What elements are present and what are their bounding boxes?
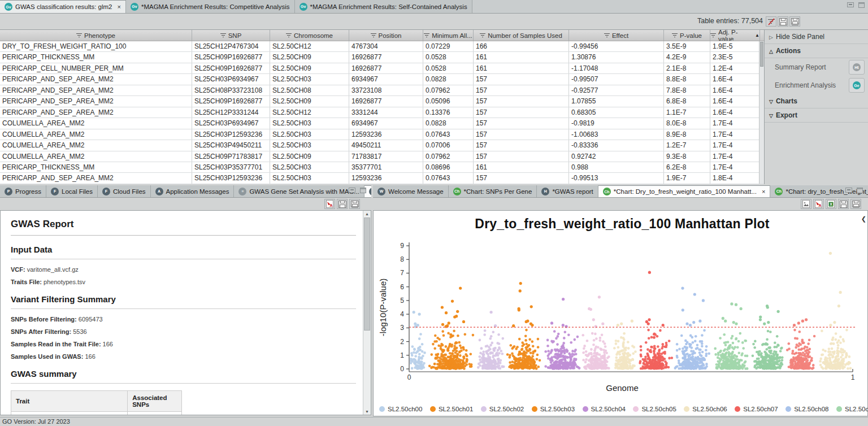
left-panel-tab-1[interactable]: FLocal Files xyxy=(46,185,98,197)
filter-off-icon[interactable] xyxy=(766,16,776,27)
report-scrollbar-thumb[interactable] xyxy=(364,218,370,331)
table-row-10[interactable]: COLUMELLA_AREA_MM2SL25CH09P71783817SL2.5… xyxy=(0,151,764,162)
column-header-1[interactable]: SNP xyxy=(192,30,270,41)
column-header-0[interactable]: Phenotype xyxy=(0,30,192,41)
scroll-down-icon[interactable]: ▼ xyxy=(363,410,371,414)
enrichment-analysis-button[interactable]: Ge xyxy=(849,78,865,93)
legend-item-SL2.50ch02[interactable]: SL2.50ch02 xyxy=(481,406,524,412)
close-tab-icon[interactable]: × xyxy=(117,3,120,10)
table-row-5[interactable]: PERICARP_AND_SEP_AREA_MM2SL25CH09P169268… xyxy=(0,96,764,107)
save-icon[interactable] xyxy=(337,199,348,209)
save-icon[interactable] xyxy=(778,16,788,27)
column-header-2[interactable]: Chromosome xyxy=(270,30,349,41)
table-row-6[interactable]: PERICARP_AND_SEP_AREA_MM2SL25CH12P333124… xyxy=(0,107,764,118)
legend-item-SL2.50ch09[interactable]: SL2.50ch09 xyxy=(836,406,868,412)
right-panel-tab-2[interactable]: H*GWAS report xyxy=(537,185,598,197)
section-header-export[interactable]: ▽Export xyxy=(765,108,868,123)
status-bar: GO Version: Jul 27 2023 xyxy=(0,417,868,426)
minimize-icon[interactable] xyxy=(847,2,854,7)
cell: PERICARP_THICKNESS_MM xyxy=(0,162,192,172)
section-header-actions[interactable]: △Actions xyxy=(765,44,868,58)
pdf-icon[interactable]: A xyxy=(813,199,824,209)
legend-item-SL2.50ch04[interactable]: SL2.50ch04 xyxy=(583,406,626,412)
scroll-up-icon[interactable]: ▲ xyxy=(363,212,371,216)
minimize-panel-icon[interactable] xyxy=(349,188,355,193)
excel-icon[interactable]: X xyxy=(826,199,836,209)
gv-circle-icon: Gv xyxy=(300,3,307,11)
document-tab-1[interactable]: Gv*MAGMA Enrichment Results: Competitive… xyxy=(126,0,295,13)
image-icon[interactable] xyxy=(801,199,811,209)
table-scrollbar[interactable] xyxy=(759,41,764,184)
right-panel-tab-1[interactable]: Ch*Chart: SNPs Per Gene xyxy=(449,185,537,197)
table-row-11[interactable]: PERICARP_THICKNESS_MMSL25CH03P35377701SL… xyxy=(0,162,764,173)
document-tab-0[interactable]: GvGWAS classification results: glm2× xyxy=(0,0,126,13)
column-header-6[interactable]: Effect xyxy=(569,30,664,41)
legend-item-SL2.50ch07[interactable]: SL2.50ch07 xyxy=(735,406,778,412)
filter-icon[interactable] xyxy=(480,32,485,39)
left-panel-tab-3[interactable]: AApplication Messages xyxy=(151,185,235,197)
minimize-panel-icon[interactable] xyxy=(845,188,852,193)
close-tab-icon[interactable]: × xyxy=(762,188,765,195)
left-panel-tab-bar: PProgressFLocal FilesFCloud FilesAApplic… xyxy=(0,185,371,198)
save-as-icon[interactable] xyxy=(349,199,360,209)
table-row-7[interactable]: COLUMELLA_AREA_MM2SL25CH03P6934967SL2.50… xyxy=(0,118,764,129)
cell: 1.7E-4 xyxy=(710,129,760,140)
cell: SL25CH03P49450211 xyxy=(192,140,270,150)
right-panel-tab-3[interactable]: Ch*Chart: Dry_to_fresh_weight_ratio_100 … xyxy=(598,185,771,197)
table-row-1[interactable]: PERICARP_THICKNESS_MMSL25CH09P16926877SL… xyxy=(0,52,764,63)
column-header-4[interactable]: Minimum All... xyxy=(423,30,474,41)
legend-item-SL2.50ch06[interactable]: SL2.50ch06 xyxy=(684,406,727,412)
legend-item-SL2.50ch01[interactable]: SL2.50ch01 xyxy=(430,406,473,412)
filter-icon[interactable] xyxy=(76,32,82,39)
cell: 2.1E-8 xyxy=(664,63,710,73)
filter-icon[interactable] xyxy=(286,32,292,39)
collapse-panel-icon[interactable]: ❮ xyxy=(861,215,866,223)
legend-item-SL2.50ch05[interactable]: SL2.50ch05 xyxy=(633,406,676,412)
chevron-down-icon: ▽ xyxy=(769,99,773,105)
pdf-icon[interactable]: A xyxy=(324,199,335,209)
save-as-icon[interactable] xyxy=(789,16,800,27)
table-row-4[interactable]: PERICARP_AND_SEP_AREA_MM2SL25CH08P337231… xyxy=(0,85,764,96)
column-header-7[interactable]: P-value xyxy=(664,30,710,41)
maximize-icon[interactable] xyxy=(858,2,865,8)
column-header-5[interactable]: Number of Samples Used xyxy=(474,30,569,41)
filter-icon[interactable] xyxy=(672,32,678,39)
filter-icon[interactable] xyxy=(371,32,376,39)
maximize-panel-icon[interactable] xyxy=(360,188,366,193)
filter-icon[interactable] xyxy=(220,32,226,39)
legend-item-SL2.50ch08[interactable]: SL2.50ch08 xyxy=(785,406,828,412)
column-header-8[interactable]: Adj. P-value▲ xyxy=(710,30,760,41)
cell: SL25CH03P12593236 xyxy=(192,173,270,183)
table-row-9[interactable]: COLUMELLA_AREA_MM2SL25CH03P49450211SL2.5… xyxy=(0,140,764,151)
report-scrollbar[interactable]: ▲ ▼ xyxy=(363,211,371,415)
right-panel-tab-0[interactable]: WWelcome Message xyxy=(373,185,449,197)
legend-item-SL2.50ch00[interactable]: SL2.50ch00 xyxy=(379,406,422,412)
save-icon[interactable] xyxy=(838,199,849,209)
table-row-8[interactable]: COLUMELLA_AREA_MM2SL25CH03P12593236SL2.5… xyxy=(0,129,764,140)
column-header-3[interactable]: Position xyxy=(349,30,423,41)
tab-label: *MAGMA Enrichment Results: Self-Containe… xyxy=(310,3,467,10)
table-row-2[interactable]: PERICARP_CELL_NUMBER_PER_MMSL25CH09P1692… xyxy=(0,63,764,74)
table-row-3[interactable]: PERICARP_AND_SEP_AREA_MM2SL25CH03P693496… xyxy=(0,74,764,85)
left-panel-tab-4[interactable]: ≡GWAS Gene Set Analysis with MAG... xyxy=(234,185,364,197)
left-panel-tab-2[interactable]: FCloud Files xyxy=(98,185,151,197)
right-panel-controls xyxy=(845,188,863,193)
filter-icon[interactable] xyxy=(424,32,429,39)
table-row-0[interactable]: DRY_TO_FRESH_WEIGHT_RATIO_100SL25CH12P47… xyxy=(0,41,764,52)
left-panel-tab-0[interactable]: PProgress xyxy=(0,185,46,197)
summary-report-button[interactable]: Ht xyxy=(849,60,865,75)
action-summary-report[interactable]: Summary ReportHt xyxy=(765,58,868,76)
legend-item-SL2.50ch03[interactable]: SL2.50ch03 xyxy=(532,406,575,412)
save-as-icon[interactable] xyxy=(850,199,861,209)
cell: SL2.50CH03 xyxy=(270,129,349,140)
hide-side-panel-button[interactable]: ▷Hide Side Panel xyxy=(765,30,868,44)
table-scrollbar-thumb[interactable] xyxy=(760,42,763,67)
filter-icon[interactable] xyxy=(604,32,610,39)
section-header-charts[interactable]: ▽Charts xyxy=(765,94,868,108)
filter-icon[interactable] xyxy=(710,32,716,39)
table-row-12[interactable]: PERICARP_AND_SEP_AREA_MM2SL25CH03P125932… xyxy=(0,173,764,184)
document-tab-2[interactable]: Gv*MAGMA Enrichment Results: Self-Contai… xyxy=(295,0,472,13)
maximize-panel-icon[interactable] xyxy=(857,188,863,193)
cell: 71783817 xyxy=(349,151,423,162)
action-enrichment-analysis[interactable]: Enrichment AnalysisGe xyxy=(765,76,868,94)
